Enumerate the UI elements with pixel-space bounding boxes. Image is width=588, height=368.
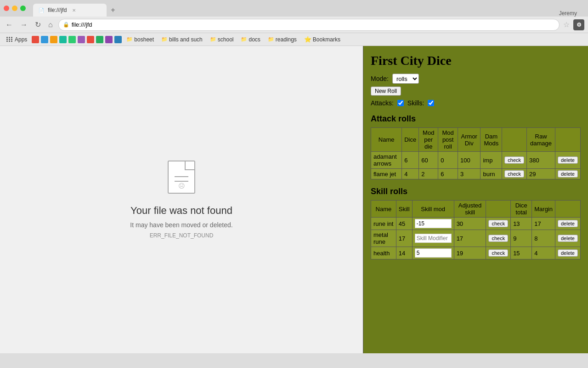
attack-col-mod-per-die: Mod per die xyxy=(419,128,438,152)
back-button[interactable]: ← xyxy=(4,20,15,30)
skill-row3-dice-total: 15 xyxy=(511,247,532,259)
tab-title: file:///jfd xyxy=(48,7,67,13)
bookmark-favicon-4[interactable] xyxy=(59,36,67,43)
tab-close-button[interactable]: ✕ xyxy=(72,8,76,13)
extension-icon[interactable]: ⚙ xyxy=(573,19,584,30)
bookmark-school[interactable]: 📁 school xyxy=(207,35,237,44)
bookmark-docs[interactable]: 📁 docs xyxy=(238,35,263,44)
skill-col-skill: Skill xyxy=(396,201,412,218)
bookmark-label-3: school xyxy=(218,36,234,43)
skill-rolls-title: Skill rolls xyxy=(371,187,581,196)
bookmark-favicon-7[interactable] xyxy=(87,36,94,43)
mode-select[interactable]: rolls stats skill xyxy=(392,74,419,84)
bookmark-favicon-9[interactable] xyxy=(105,36,113,43)
minimize-window-button[interactable] xyxy=(12,6,17,11)
attack-row1-dice: 6 xyxy=(402,152,419,169)
bookmark-bills[interactable]: 📁 bills and such xyxy=(158,35,205,44)
bookmark-bosheet[interactable]: 📁 bosheet xyxy=(124,35,157,44)
skill-row1-delete-button[interactable]: delete xyxy=(558,220,578,227)
dice-app-title: First City Dice xyxy=(371,53,581,68)
attack-row2-mod-per-die: 2 xyxy=(419,169,438,179)
reload-button[interactable]: ↻ xyxy=(33,19,43,30)
skill-row1-adjusted-skill: 30 xyxy=(454,218,486,230)
skill-col-name: Name xyxy=(371,201,396,218)
address-input[interactable] xyxy=(58,19,560,31)
bookmark-favicon-2[interactable] xyxy=(41,36,48,43)
attack-row2-mod-post-roll: 6 xyxy=(438,169,458,179)
error-page: ☹ Your file was not found It may have be… xyxy=(0,46,363,353)
folder-icon-4: 📁 xyxy=(241,36,247,42)
home-button[interactable]: ⌂ xyxy=(46,20,55,30)
skill-col-skill-mod: Skill mod xyxy=(412,201,454,218)
skill-row2-skill-mod-input[interactable] xyxy=(415,234,452,243)
skill-col-check-header xyxy=(486,201,511,218)
attack-row1-delete-button[interactable]: delete xyxy=(558,156,578,164)
attack-row2-dam-mods: burn xyxy=(481,169,502,179)
active-tab[interactable]: 📄 file:///jfd ✕ xyxy=(33,4,107,17)
skill-row2-delete-button[interactable]: delete xyxy=(558,235,578,242)
attack-row1-mod-per-die: 60 xyxy=(419,152,438,169)
close-window-button[interactable] xyxy=(4,6,9,11)
skill-row3-skill-mod-input[interactable] xyxy=(415,248,452,258)
new-roll-button[interactable]: New Roll xyxy=(371,86,401,96)
bookmark-favicon-6[interactable] xyxy=(78,36,85,43)
attack-row2-armor-div: 3 xyxy=(458,169,481,179)
bookmark-favicon-8[interactable] xyxy=(96,36,103,43)
attack-row1-armor-div: 100 xyxy=(458,152,481,169)
attack-row2-dice: 4 xyxy=(402,169,419,179)
attack-row1-check-button[interactable]: check xyxy=(504,156,524,164)
bookmark-favicon-5[interactable] xyxy=(68,36,76,43)
skill-col-margin: Margin xyxy=(532,201,555,218)
forward-button[interactable]: → xyxy=(18,20,29,30)
bookmark-bookmarks[interactable]: ⭐ Bookmarks xyxy=(301,35,343,44)
skill-row3-check-button[interactable]: check xyxy=(488,249,508,257)
skill-col-delete-header xyxy=(555,201,581,218)
bookmark-favicon-10[interactable] xyxy=(114,36,122,43)
bookmark-favicon-3[interactable] xyxy=(50,36,57,43)
svg-text:☹: ☹ xyxy=(178,182,185,190)
user-name: Jeremy xyxy=(559,10,581,17)
skill-row3-name: health xyxy=(371,247,396,259)
skill-row-1: rune int 45 30 check 13 17 delete xyxy=(371,218,581,230)
dice-app-panel: First City Dice Mode: rolls stats skill … xyxy=(363,46,588,353)
attack-row2-check-button[interactable]: check xyxy=(504,170,524,178)
folder-icon-2: 📁 xyxy=(161,36,168,42)
error-subtitle: It may have been moved or deleted. xyxy=(130,221,232,229)
skill-row1-skill-mod-input[interactable] xyxy=(415,219,452,228)
security-icon: 🔒 xyxy=(63,22,69,28)
apps-label: Apps xyxy=(15,36,27,43)
star-bookmark-icon: ⭐ xyxy=(304,36,311,43)
attack-col-armor-div: Armor Div xyxy=(458,128,481,152)
skill-row1-check-button[interactable]: check xyxy=(488,220,508,227)
attack-col-check-header xyxy=(502,128,527,152)
attack-row1-name: adamant arrows xyxy=(371,152,402,169)
attack-row1-mod-post-roll: 0 xyxy=(438,152,458,169)
attack-col-mod-post-roll: Mod post roll xyxy=(438,128,458,152)
attack-col-name: Name xyxy=(371,128,402,152)
skills-checkbox[interactable] xyxy=(428,100,434,106)
bookmark-readings[interactable]: 📁 readings xyxy=(265,35,300,44)
bookmark-star-button[interactable]: ☆ xyxy=(563,20,570,29)
attack-row2-delete-button[interactable]: delete xyxy=(558,170,578,178)
attack-rolls-table: Name Dice Mod per die Mod post roll Armo… xyxy=(371,127,581,179)
skill-row2-margin: 8 xyxy=(532,230,555,247)
attack-rolls-title: Attack rolls xyxy=(371,114,581,124)
bookmark-label-6: Bookmarks xyxy=(313,36,340,43)
skill-col-dice-total: Dice total xyxy=(511,201,532,218)
attacks-label: Attacks: xyxy=(371,99,394,107)
bookmark-label-2: bills and such xyxy=(169,36,203,43)
attack-col-dam-mods: Dam Mods xyxy=(481,128,502,152)
bookmark-favicon-1[interactable] xyxy=(32,36,39,43)
error-code: ERR_FILE_NOT_FOUND xyxy=(150,232,214,239)
skills-label: Skills: xyxy=(407,99,424,107)
apps-button[interactable]: Apps xyxy=(4,35,30,44)
skill-row2-check-button[interactable]: check xyxy=(488,235,508,242)
skill-row2-name: metal rune xyxy=(371,230,396,247)
attack-row2-raw-damage: 29 xyxy=(527,169,555,179)
skill-row1-name: rune int xyxy=(371,218,396,230)
skill-row3-skill: 14 xyxy=(396,247,412,259)
skill-row3-delete-button[interactable]: delete xyxy=(558,249,578,257)
attacks-checkbox[interactable] xyxy=(397,100,404,106)
new-tab-button[interactable]: + xyxy=(107,4,119,17)
maximize-window-button[interactable] xyxy=(20,6,26,11)
